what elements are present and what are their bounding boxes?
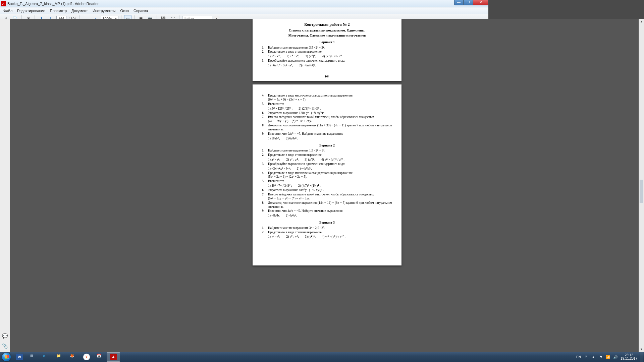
- task-body: Представьте в виде степени выражение:1) …: [268, 231, 392, 239]
- window-titlebar: A Bucko_E._Algebra_7_klass_MP (1).pdf - …: [0, 0, 488, 7]
- menu-view[interactable]: Просмотр: [48, 8, 69, 13]
- navigation-pane: 💬 📎: [0, 19, 10, 275]
- task-body: Известно, что 6ab⁵ = −7. Найдите значени…: [268, 132, 392, 141]
- pdf-page-164: Контрольная работа № 2 Степень с натурал…: [253, 19, 401, 81]
- variant-heading: Вариант 2: [262, 143, 392, 148]
- task-body: Докажите, что значение выражения (14n + …: [268, 201, 392, 209]
- menu-file[interactable]: Файл: [1, 8, 14, 13]
- task-body: Найдите значение выражения 3³ − 2,5 · 2⁵…: [268, 226, 392, 230]
- task-number: 7.: [262, 193, 268, 201]
- task-number: 5.: [262, 102, 268, 111]
- task-number: 6.: [262, 111, 268, 115]
- page-number-label: 164: [253, 75, 401, 78]
- task-number: 2.: [262, 231, 268, 239]
- task-number: 3.: [262, 162, 268, 171]
- task-number: 9.: [262, 132, 268, 141]
- task-number: 7.: [262, 115, 268, 123]
- task-body: Вычислите:1) 5¹⁵ · 125⁵ / 25⁹ ;2) (2/3)⁶…: [268, 102, 392, 111]
- task-body: Известно, что 4a²b = −5. Найдите значени…: [268, 209, 392, 218]
- menu-help[interactable]: Справка: [131, 8, 150, 13]
- task-number: 2.: [262, 50, 268, 59]
- window-restore-button[interactable]: ❐: [464, 0, 473, 5]
- adobe-reader-icon: A: [1, 1, 6, 6]
- workspace: 💬 📎 Контрольная работа № 2 Степень с нат…: [0, 19, 488, 275]
- task-body: Представьте в виде степени выражение: 1)…: [268, 50, 392, 59]
- task-body: Найдите значение выражения 1,5 · 2⁴ − 3²…: [268, 149, 392, 153]
- menu-edit[interactable]: Редактирование: [15, 8, 47, 13]
- task-number: 4.: [262, 171, 268, 179]
- task-body: Представьте в виде многочлена стандартно…: [268, 171, 392, 179]
- task-number: 1.: [262, 149, 268, 153]
- variant-heading: Вариант 3: [262, 221, 392, 225]
- menu-tools[interactable]: Инструменты: [91, 8, 118, 13]
- document-viewport[interactable]: Контрольная работа № 2 Степень с натурал…: [10, 19, 488, 275]
- window-close-button[interactable]: ✕: [473, 0, 488, 5]
- menu-bar: Файл Редактирование Просмотр Документ Ин…: [0, 7, 488, 14]
- task-number: 1.: [262, 46, 268, 50]
- task-body: Представьте в виде многочлена стандартно…: [268, 94, 392, 102]
- task-number: 5.: [262, 179, 268, 188]
- window-minimize-button[interactable]: —: [454, 0, 464, 5]
- task-body: Преобразуйте выражение в одночлен станда…: [268, 59, 392, 68]
- task-body: Докажите, что значение выражения (11n + …: [268, 124, 392, 132]
- task-body: Вместо звёздочки запишите такой многочле…: [268, 193, 392, 201]
- task-number: 8.: [262, 201, 268, 209]
- task-number: 6.: [262, 188, 268, 192]
- menu-document[interactable]: Документ: [69, 8, 90, 13]
- window-title: Bucko_E._Algebra_7_klass_MP (1).pdf - Ad…: [7, 2, 99, 6]
- doc-title: Контрольная работа № 2: [262, 22, 392, 27]
- task-number: 3.: [262, 59, 268, 68]
- doc-subtitle: Степень с натуральным показателем. Одноч…: [262, 28, 392, 33]
- task-number: 8.: [262, 124, 268, 132]
- task-body: Упростите выражение 128x²y³ · (−¼ xy⁵)³ …: [268, 111, 392, 115]
- task-body: Упростите выражение 81x⁵y · (−⅓ xy²)³ .: [268, 188, 392, 192]
- doc-subtitle: Многочлены. Сложение и вычитание многочл…: [262, 34, 392, 38]
- menu-window[interactable]: Окно: [118, 8, 131, 13]
- task-number: 4.: [262, 94, 268, 102]
- task-body: Вычислите:1) 49⁵ · 7¹² / 343⁷ ;2) (4/7)⁶…: [268, 179, 392, 188]
- task-body: Вместо звёздочки запишите такой многочле…: [268, 115, 392, 123]
- task-number: 2.: [262, 153, 268, 162]
- task-body: Преобразуйте выражение в одночлен станда…: [268, 162, 392, 171]
- task-body: Найдите значение выражения 3,5 · 2³ − 3⁴…: [268, 46, 392, 50]
- task-number: 1.: [262, 226, 268, 230]
- task-number: 9.: [262, 209, 268, 218]
- variant-heading: Вариант 1: [262, 40, 392, 45]
- task-body: Представьте в виде степени выражение:1) …: [268, 153, 392, 162]
- pdf-page-165: 4.Представьте в виде многочлена стандарт…: [253, 84, 401, 265]
